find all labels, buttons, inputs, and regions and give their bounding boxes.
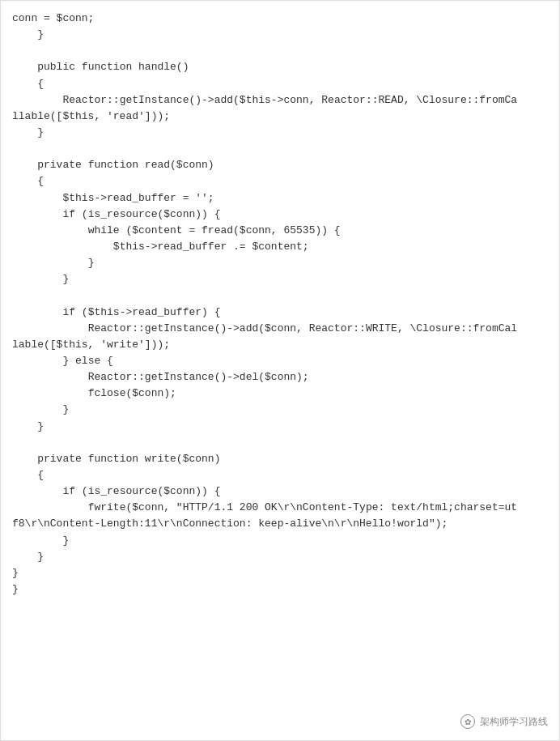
watermark-text: 架构师学习路线	[480, 715, 548, 729]
watermark: ✿ 架构师学习路线	[460, 714, 548, 729]
code-content: conn = $conn; } public function handle()…	[1, 1, 559, 646]
watermark-icon: ✿	[460, 714, 475, 729]
code-container: conn = $conn; } public function handle()…	[0, 0, 560, 741]
